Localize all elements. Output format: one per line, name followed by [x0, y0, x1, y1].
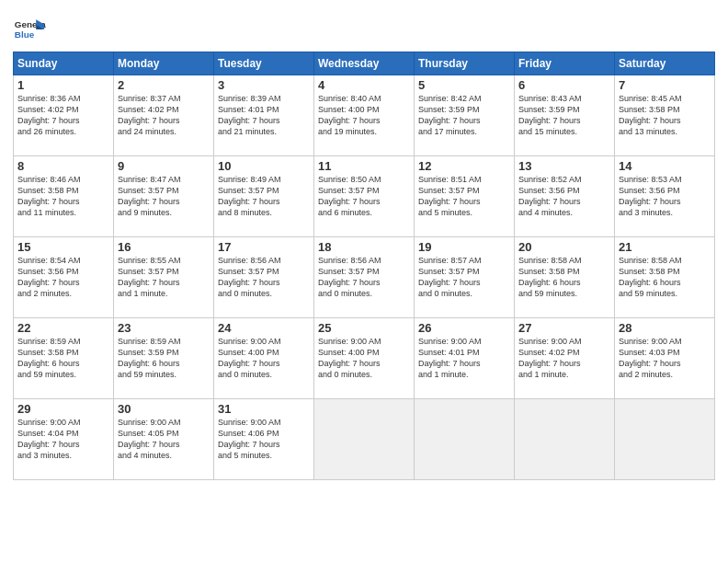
weekday-header-row: SundayMondayTuesdayWednesdayThursdayFrid…: [14, 52, 715, 75]
day-info: Sunrise: 8:37 AM Sunset: 4:02 PM Dayligh…: [118, 93, 210, 138]
day-info: Sunrise: 8:46 AM Sunset: 3:58 PM Dayligh…: [17, 174, 109, 219]
day-info: Sunrise: 8:40 AM Sunset: 4:00 PM Dayligh…: [318, 93, 410, 138]
calendar-day: 7Sunrise: 8:45 AM Sunset: 3:58 PM Daylig…: [615, 75, 715, 156]
calendar-day: 20Sunrise: 8:58 AM Sunset: 3:58 PM Dayli…: [515, 237, 615, 318]
calendar-table: SundayMondayTuesdayWednesdayThursdayFrid…: [13, 52, 715, 480]
calendar-day: 4Sunrise: 8:40 AM Sunset: 4:00 PM Daylig…: [314, 75, 415, 156]
day-number: 24: [218, 321, 310, 335]
day-info: Sunrise: 9:00 AM Sunset: 4:06 PM Dayligh…: [218, 417, 310, 462]
day-number: 19: [418, 240, 510, 254]
day-number: 9: [118, 159, 210, 173]
day-number: 5: [418, 78, 510, 92]
weekday-header: Monday: [114, 52, 214, 75]
calendar-day: 23Sunrise: 8:59 AM Sunset: 3:59 PM Dayli…: [114, 318, 214, 399]
day-info: Sunrise: 9:00 AM Sunset: 4:02 PM Dayligh…: [518, 336, 610, 381]
calendar-day: 26Sunrise: 9:00 AM Sunset: 4:01 PM Dayli…: [415, 318, 515, 399]
day-number: 7: [619, 78, 711, 92]
calendar-day: 3Sunrise: 8:39 AM Sunset: 4:01 PM Daylig…: [214, 75, 314, 156]
calendar-day: 13Sunrise: 8:52 AM Sunset: 3:56 PM Dayli…: [515, 156, 615, 237]
day-number: 10: [218, 159, 310, 173]
day-number: 20: [518, 240, 610, 254]
day-number: 21: [619, 240, 711, 254]
day-number: 31: [218, 402, 310, 416]
day-number: 11: [318, 159, 410, 173]
day-info: Sunrise: 8:59 AM Sunset: 3:58 PM Dayligh…: [17, 336, 109, 381]
calendar-day: 24Sunrise: 9:00 AM Sunset: 4:00 PM Dayli…: [214, 318, 314, 399]
empty-cell: [515, 399, 615, 480]
calendar-day: 2Sunrise: 8:37 AM Sunset: 4:02 PM Daylig…: [114, 75, 214, 156]
day-info: Sunrise: 8:47 AM Sunset: 3:57 PM Dayligh…: [118, 174, 210, 219]
calendar-week-row: 1Sunrise: 8:36 AM Sunset: 4:02 PM Daylig…: [14, 75, 715, 156]
day-number: 22: [17, 321, 109, 335]
calendar-day: 17Sunrise: 8:56 AM Sunset: 3:57 PM Dayli…: [214, 237, 314, 318]
calendar-day: 27Sunrise: 9:00 AM Sunset: 4:02 PM Dayli…: [515, 318, 615, 399]
empty-cell: [415, 399, 515, 480]
day-info: Sunrise: 8:36 AM Sunset: 4:02 PM Dayligh…: [17, 93, 109, 138]
day-number: 23: [118, 321, 210, 335]
day-info: Sunrise: 8:58 AM Sunset: 3:58 PM Dayligh…: [518, 255, 610, 300]
day-info: Sunrise: 9:00 AM Sunset: 4:00 PM Dayligh…: [318, 336, 410, 381]
day-number: 25: [318, 321, 410, 335]
day-number: 13: [518, 159, 610, 173]
day-info: Sunrise: 8:45 AM Sunset: 3:58 PM Dayligh…: [619, 93, 711, 138]
day-number: 1: [17, 78, 109, 92]
day-info: Sunrise: 9:00 AM Sunset: 4:00 PM Dayligh…: [218, 336, 310, 381]
calendar-day: 10Sunrise: 8:49 AM Sunset: 3:57 PM Dayli…: [214, 156, 314, 237]
day-number: 28: [619, 321, 711, 335]
calendar-day: 6Sunrise: 8:43 AM Sunset: 3:59 PM Daylig…: [515, 75, 615, 156]
calendar-day: 19Sunrise: 8:57 AM Sunset: 3:57 PM Dayli…: [415, 237, 515, 318]
calendar-day: 8Sunrise: 8:46 AM Sunset: 3:58 PM Daylig…: [14, 156, 114, 237]
day-number: 8: [17, 159, 109, 173]
day-info: Sunrise: 9:00 AM Sunset: 4:04 PM Dayligh…: [17, 417, 109, 462]
weekday-header: Saturday: [615, 52, 715, 75]
day-number: 12: [418, 159, 510, 173]
calendar-day: 21Sunrise: 8:58 AM Sunset: 3:58 PM Dayli…: [615, 237, 715, 318]
day-info: Sunrise: 8:52 AM Sunset: 3:56 PM Dayligh…: [518, 174, 610, 219]
day-number: 14: [619, 159, 711, 173]
calendar-day: 15Sunrise: 8:54 AM Sunset: 3:56 PM Dayli…: [14, 237, 114, 318]
svg-text:Blue: Blue: [15, 29, 35, 40]
calendar-day: 14Sunrise: 8:53 AM Sunset: 3:56 PM Dayli…: [615, 156, 715, 237]
day-number: 4: [318, 78, 410, 92]
calendar-week-row: 22Sunrise: 8:59 AM Sunset: 3:58 PM Dayli…: [14, 318, 715, 399]
day-info: Sunrise: 8:56 AM Sunset: 3:57 PM Dayligh…: [218, 255, 310, 300]
day-info: Sunrise: 8:58 AM Sunset: 3:58 PM Dayligh…: [619, 255, 711, 300]
day-number: 29: [17, 402, 109, 416]
calendar-day: 12Sunrise: 8:51 AM Sunset: 3:57 PM Dayli…: [415, 156, 515, 237]
calendar-day: 30Sunrise: 9:00 AM Sunset: 4:05 PM Dayli…: [114, 399, 214, 480]
calendar-day: 18Sunrise: 8:56 AM Sunset: 3:57 PM Dayli…: [314, 237, 415, 318]
day-number: 26: [418, 321, 510, 335]
logo: General Blue: [13, 13, 50, 46]
day-number: 27: [518, 321, 610, 335]
day-number: 30: [118, 402, 210, 416]
day-info: Sunrise: 9:00 AM Sunset: 4:03 PM Dayligh…: [619, 336, 711, 381]
day-number: 18: [318, 240, 410, 254]
day-info: Sunrise: 9:00 AM Sunset: 4:01 PM Dayligh…: [418, 336, 510, 381]
page-container: General Blue SundayMondayTuesdayWednesda…: [0, 0, 728, 486]
day-info: Sunrise: 8:57 AM Sunset: 3:57 PM Dayligh…: [418, 255, 510, 300]
day-info: Sunrise: 9:00 AM Sunset: 4:05 PM Dayligh…: [118, 417, 210, 462]
day-number: 17: [218, 240, 310, 254]
day-number: 15: [17, 240, 109, 254]
header: General Blue: [13, 9, 715, 46]
calendar-day: 11Sunrise: 8:50 AM Sunset: 3:57 PM Dayli…: [314, 156, 415, 237]
calendar-day: 9Sunrise: 8:47 AM Sunset: 3:57 PM Daylig…: [114, 156, 214, 237]
day-info: Sunrise: 8:43 AM Sunset: 3:59 PM Dayligh…: [518, 93, 610, 138]
day-info: Sunrise: 8:42 AM Sunset: 3:59 PM Dayligh…: [418, 93, 510, 138]
day-number: 3: [218, 78, 310, 92]
calendar-day: 22Sunrise: 8:59 AM Sunset: 3:58 PM Dayli…: [14, 318, 114, 399]
empty-cell: [615, 399, 715, 480]
day-number: 2: [118, 78, 210, 92]
calendar-day: 31Sunrise: 9:00 AM Sunset: 4:06 PM Dayli…: [214, 399, 314, 480]
day-info: Sunrise: 8:59 AM Sunset: 3:59 PM Dayligh…: [118, 336, 210, 381]
calendar-week-row: 29Sunrise: 9:00 AM Sunset: 4:04 PM Dayli…: [14, 399, 715, 480]
empty-cell: [314, 399, 415, 480]
day-info: Sunrise: 8:56 AM Sunset: 3:57 PM Dayligh…: [318, 255, 410, 300]
weekday-header: Wednesday: [314, 52, 415, 75]
day-info: Sunrise: 8:53 AM Sunset: 3:56 PM Dayligh…: [619, 174, 711, 219]
day-number: 16: [118, 240, 210, 254]
weekday-header: Tuesday: [214, 52, 314, 75]
day-info: Sunrise: 8:50 AM Sunset: 3:57 PM Dayligh…: [318, 174, 410, 219]
calendar-week-row: 15Sunrise: 8:54 AM Sunset: 3:56 PM Dayli…: [14, 237, 715, 318]
weekday-header: Sunday: [14, 52, 114, 75]
